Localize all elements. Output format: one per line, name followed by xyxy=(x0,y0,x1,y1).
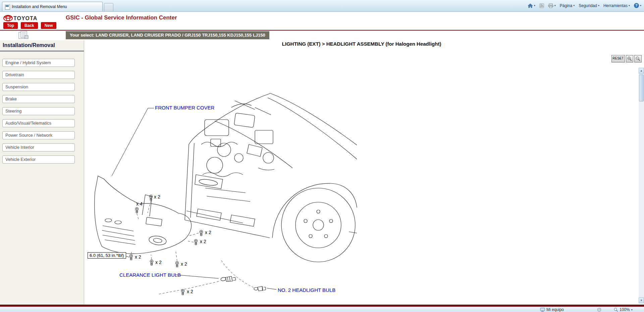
tab-favicon-icon xyxy=(5,5,10,10)
chevron-down-icon: ▾ xyxy=(629,4,630,7)
tools-menu[interactable]: Herramientas ▾ xyxy=(603,3,630,8)
sidebar-item-engine-hybrid-system[interactable]: Engine / Hybrid System xyxy=(2,59,75,67)
top-button[interactable]: Top xyxy=(3,22,18,29)
sidebar-item-vehicle-interior[interactable]: Vehicle Interior xyxy=(2,143,75,151)
browser-tab[interactable]: Installation and Removal Menu xyxy=(2,2,103,11)
sidebar-title: Installation/Removal xyxy=(0,40,84,51)
home-icon xyxy=(528,3,533,8)
zoom-out-button[interactable] xyxy=(634,55,642,62)
toyota-logo xyxy=(3,15,13,21)
browser-status-bar: Mi equipo 100% ▾ xyxy=(0,307,644,312)
browser-tab-bar: Installation and Removal Menu ▾ ▾ Página… xyxy=(0,0,644,12)
sidebar: Installation/Removal Engine / Hybrid Sys… xyxy=(0,40,84,305)
header-nav-buttons: Top Back New xyxy=(3,22,56,29)
print-button[interactable]: ▾ xyxy=(548,3,556,8)
chevron-down-icon: ▾ xyxy=(640,4,641,7)
zoom-out-icon xyxy=(636,56,640,61)
safety-menu-label: Seguridad xyxy=(579,3,597,8)
fastener-count: x 2 xyxy=(135,254,141,260)
sidebar-item-power-source-network[interactable]: Power Source / Network xyxy=(2,131,75,139)
feed-icon xyxy=(539,3,544,8)
security-zone: Mi equipo xyxy=(540,307,564,312)
help-icon: ? xyxy=(634,3,639,8)
header-divider xyxy=(0,30,644,31)
chevron-down-icon: ▾ xyxy=(573,4,575,7)
page-menu-label: Página xyxy=(560,3,572,8)
printer-icon xyxy=(548,3,553,8)
part-label-clearance-light-bulb[interactable]: CLEARANCE LIGHT BULB xyxy=(119,272,181,278)
diagram-zoom-controls: RESET xyxy=(611,55,642,62)
parts-diagram xyxy=(0,0,644,312)
part-label-no2-headlight-bulb[interactable]: NO. 2 HEADLIGHT BULB xyxy=(278,287,335,293)
sidebar-item-suspension[interactable]: Suspension xyxy=(2,83,75,91)
home-button[interactable]: ▾ xyxy=(528,3,535,8)
scroll-down-button[interactable]: ▼ xyxy=(639,298,644,303)
tools-menu-label: Herramientas xyxy=(603,3,628,8)
safety-menu[interactable]: Seguridad ▾ xyxy=(579,3,599,8)
protected-mode-indicator xyxy=(597,307,601,312)
vertical-scrollbar[interactable]: ▲ ▼ xyxy=(639,68,644,303)
fastener-count: x 2 xyxy=(155,260,162,265)
help-menu[interactable]: ? ▾ xyxy=(634,3,641,8)
chevron-down-icon: ▾ xyxy=(631,308,633,311)
part-label-front-bumper-cover[interactable]: FRONT BUMPER COVER xyxy=(155,105,214,110)
document-icon[interactable] xyxy=(18,31,29,39)
chevron-down-icon: ▾ xyxy=(598,4,599,7)
reset-zoom-button[interactable]: RESET xyxy=(611,55,625,62)
fastener-count: x 2 xyxy=(205,230,211,235)
scroll-up-button[interactable]: ▲ xyxy=(639,68,644,74)
scrollbar-thumb[interactable] xyxy=(639,75,644,101)
shield-icon xyxy=(597,308,601,312)
computer-icon xyxy=(540,308,545,312)
chevron-down-icon: ▾ xyxy=(534,4,535,7)
magnifier-icon xyxy=(614,308,618,312)
vehicle-selection-banner: Your select: LAND CRUISER, LAND CRUISER … xyxy=(66,31,269,39)
back-button[interactable]: Back xyxy=(21,22,38,29)
fastener-count: x 2 xyxy=(200,239,206,244)
sidebar-item-vehicle-exterior[interactable]: Vehicle Exterior xyxy=(2,155,75,164)
browser-zoom-level: 100% xyxy=(620,307,630,312)
sidebar-item-brake[interactable]: Brake xyxy=(2,95,75,103)
sidebar-item-drivetrain[interactable]: Drivetrain xyxy=(2,71,75,79)
fastener-count: x 2 xyxy=(154,194,160,199)
app-title: GSIC - Global Service Information Center xyxy=(66,14,177,21)
sidebar-item-audio-visual-telematics[interactable]: Audio/Visual/Telematics xyxy=(2,119,75,127)
zoom-in-icon xyxy=(627,56,632,61)
fastener-count: x 2 xyxy=(181,261,187,267)
diagram-annotation-layer: FRONT BUMPER COVER CLEARANCE LIGHT BULB … xyxy=(0,0,644,312)
security-zone-label: Mi equipo xyxy=(546,307,564,312)
brand-name: TOYOTA xyxy=(13,15,37,21)
content-breadcrumb-title: LIGHTING (EXT) > HEADLIGHT ASSEMBLY (for… xyxy=(85,41,639,47)
fastener-count: x 2 xyxy=(187,289,193,294)
chevron-down-icon: ▾ xyxy=(554,4,556,7)
feed-button[interactable] xyxy=(539,3,544,8)
torque-spec-box: 6.0 (61, 53 in.*lbf) xyxy=(88,252,126,259)
fastener-count: x 4 xyxy=(136,201,143,207)
zoom-in-button[interactable] xyxy=(626,55,633,62)
browser-zoom-control[interactable]: 100% ▾ xyxy=(614,307,633,312)
page-menu[interactable]: Página ▾ xyxy=(560,3,575,8)
new-tab-stub[interactable] xyxy=(104,3,113,12)
new-button[interactable]: New xyxy=(41,22,57,29)
sidebar-item-steering[interactable]: Steering xyxy=(2,107,75,115)
tab-title: Installation and Removal Menu xyxy=(12,4,67,9)
